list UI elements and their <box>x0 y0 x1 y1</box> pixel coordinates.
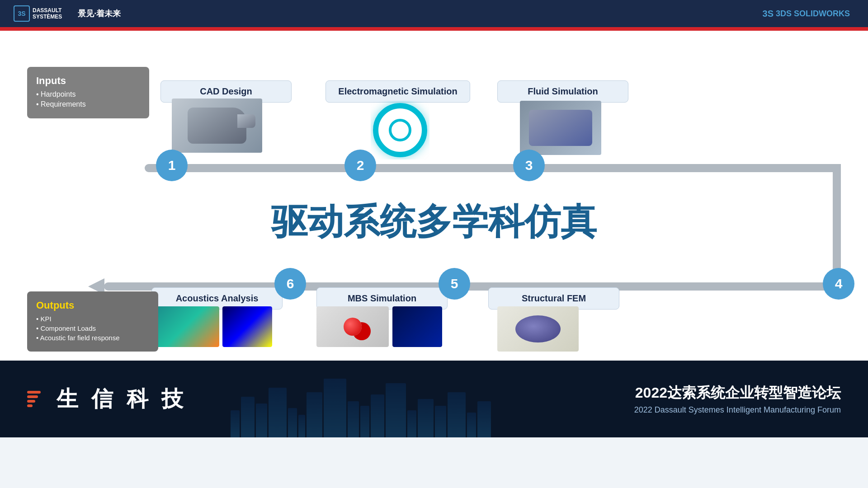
footer-icon-lines <box>27 391 41 407</box>
inputs-box: Inputs • Hardpoints • Requirements <box>27 67 149 118</box>
footer-company-name: 生 信 科 技 <box>57 385 187 413</box>
inputs-item-2: • Requirements <box>36 100 140 108</box>
structural-image <box>497 306 579 352</box>
electromagnetic-image <box>371 101 429 160</box>
outputs-item-2: • Component Loads <box>36 324 149 332</box>
solidworks-icon: 3S <box>763 9 774 19</box>
ds-logo-icon: 3S <box>14 5 30 22</box>
ds-logo: 3S DASSAULTSYSTÈMES <box>14 5 62 22</box>
inputs-item-1: • Hardpoints <box>36 90 140 99</box>
outputs-box: Outputs • KPI • Component Loads • Acoust… <box>27 291 158 352</box>
icon-line-4 <box>27 404 33 407</box>
outputs-title: Outputs <box>36 300 149 311</box>
outputs-item-3: • Acoustic far field response <box>36 334 149 342</box>
acoustics-image-2 <box>222 306 272 347</box>
node-6: 6 <box>274 268 306 300</box>
node-5: 5 <box>439 268 470 300</box>
node-2: 2 <box>344 150 376 181</box>
footer-logo-icon <box>27 391 47 407</box>
mbs-image-2 <box>392 306 442 347</box>
fluid-card: Fluid Simulation <box>497 80 628 103</box>
header: 3S DASSAULTSYSTÈMES 景见·着未来 3S 3DS SOLIDW… <box>0 0 868 27</box>
outputs-item-1: • KPI <box>36 315 149 323</box>
fluid-image <box>520 101 601 155</box>
node-4: 4 <box>823 268 854 300</box>
solidworks-logo: 3S 3DS SOLIDWORKS <box>763 9 850 19</box>
icon-line-3 <box>27 400 35 403</box>
icon-line-2 <box>27 395 38 398</box>
main-content: Inputs • Hardpoints • Requirements 1 CAD… <box>0 31 868 361</box>
partner-logo: 景见·着未来 <box>78 8 121 19</box>
solidworks-label: 3DS SOLIDWORKS <box>776 9 850 19</box>
ds-logo-text: DASSAULTSYSTÈMES <box>33 7 62 20</box>
footer-left: 生 信 科 技 <box>0 385 187 413</box>
cad-design-image <box>172 99 262 153</box>
node-3: 3 <box>513 150 545 181</box>
footer-forum-subtitle: 2022 Dassault Systemes Intelligent Manuf… <box>634 405 841 415</box>
footer-right: 2022达索系统企业转型智造论坛 2022 Dassault Systemes … <box>634 383 841 415</box>
icon-line-1 <box>27 391 41 394</box>
flow-line-top <box>145 164 841 172</box>
footer-cityscape <box>231 374 637 437</box>
inputs-title: Inputs <box>36 75 140 87</box>
electromagnetic-card: Electromagnetic Simulation <box>326 80 470 103</box>
accent-bar <box>0 27 868 31</box>
mbs-image-1 <box>316 306 389 347</box>
header-logo: 3S DASSAULTSYSTÈMES 景见·着未来 <box>14 5 121 22</box>
footer-forum-title: 2022达索系统企业转型智造论坛 <box>634 383 841 403</box>
node-1: 1 <box>156 150 188 181</box>
acoustics-image-1 <box>151 306 219 347</box>
footer: 生 信 科 技 2022达索系统企业转型智造论坛 2022 Dassault S… <box>0 361 868 437</box>
central-chinese-text: 驱动系统多学科仿真 <box>271 198 597 247</box>
